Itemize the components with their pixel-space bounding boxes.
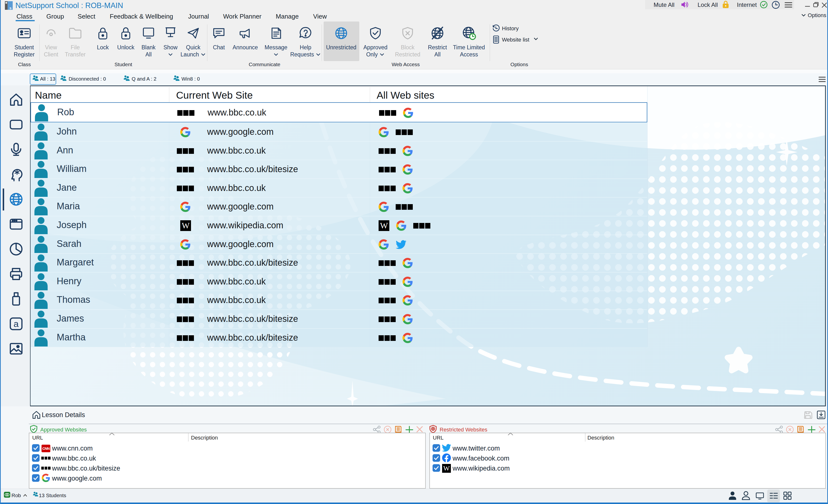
svg-text:a: a [14, 319, 19, 329]
svg-text:s: s [9, 6, 11, 10]
